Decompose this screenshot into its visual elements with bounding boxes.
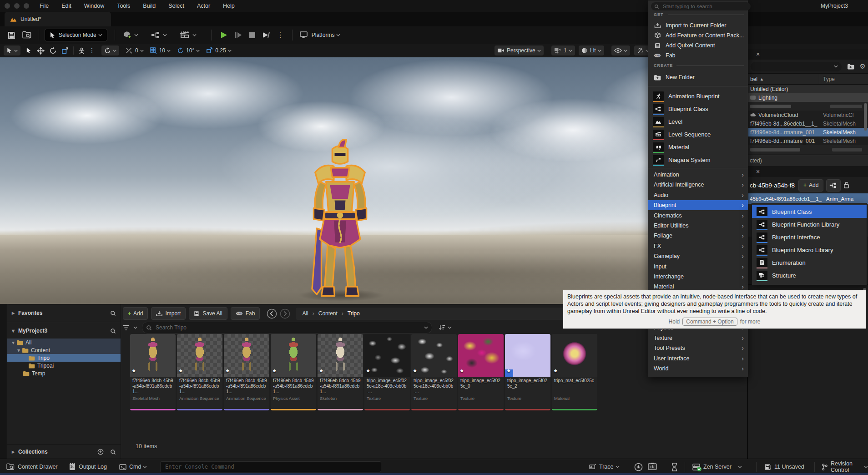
menu-file[interactable]: File [33, 0, 55, 12]
outliner-row-skeletalmesh[interactable]: f7f496eb-8d...rmature_001 SkeletalMesh [748, 136, 868, 145]
move-tool-icon[interactable] [37, 47, 45, 55]
zen-server-dropdown[interactable]: Zen Server [692, 461, 742, 472]
menu-search-field[interactable] [651, 2, 751, 10]
selection-mode-dropdown[interactable]: Selection Mode [45, 29, 107, 41]
filters-icon[interactable] [123, 325, 130, 331]
lit-mode-dropdown[interactable]: Lit [579, 45, 604, 56]
asset-search-field[interactable] [142, 322, 432, 334]
breadcrumb-content[interactable]: Content [318, 310, 338, 317]
category-fx[interactable]: FX› [648, 241, 748, 251]
step-frame-button[interactable] [234, 31, 242, 39]
unlock-icon[interactable] [843, 182, 849, 189]
menu-item-level[interactable]: Level [648, 115, 748, 128]
show-flags-dropdown[interactable] [611, 45, 630, 56]
asset-tile[interactable]: * tripo_image_ec5f025c-a18e-403e-bb0b-..… [364, 334, 410, 410]
menu-item-fab[interactable]: FAB Fab [648, 51, 748, 61]
cinematics-dropdown[interactable] [180, 31, 197, 39]
menu-actor[interactable]: Actor [191, 0, 217, 12]
filters-chevron-icon[interactable] [133, 326, 137, 329]
menu-edit[interactable]: Edit [55, 0, 78, 12]
outliner-row-world[interactable]: Untitled (Editor) [748, 85, 868, 93]
console-command-field[interactable] [160, 461, 381, 472]
insights-record-icon[interactable] [634, 463, 643, 471]
label-column-header[interactable]: bel [750, 76, 757, 82]
category-input[interactable]: Input› [648, 262, 748, 272]
menu-item-add-feature-or-content-pack[interactable]: Add Feature or Content Pack... [648, 30, 748, 40]
submenu-item-blueprint-function-library[interactable]: Blueprint Function Library [752, 218, 867, 231]
tree-item-tripoai[interactable]: Tripoai [7, 362, 121, 369]
trace-dropdown[interactable]: Trace [589, 461, 620, 472]
category-blueprint-highlighted[interactable]: Blueprint› [648, 200, 748, 210]
menu-item-animation-blueprint[interactable]: Animation Blueprint [648, 90, 748, 102]
import-button[interactable]: Import [151, 307, 186, 320]
add-button[interactable]: + Add [123, 307, 148, 320]
play-options-kebab-icon[interactable]: ⋮ [277, 31, 284, 39]
rotation-space-dropdown[interactable] [101, 45, 119, 56]
close-tab-icon[interactable]: × [756, 51, 760, 58]
edit-blueprint-button[interactable] [826, 179, 841, 192]
asset-tile[interactable]: * f7f496eb-8dcb-45b9-a54b-f891a86edeb1..… [271, 334, 316, 410]
selected-character-actor[interactable] [293, 136, 387, 304]
close-tab-icon[interactable]: × [756, 168, 760, 175]
search-icon[interactable] [110, 449, 116, 455]
submenu-item-enumeration[interactable]: Enumeration [752, 256, 867, 269]
stop-button[interactable] [249, 32, 256, 39]
type-column-header[interactable]: Type [819, 76, 868, 82]
scale-snap-control[interactable]: 0.25 [206, 47, 231, 54]
asset-tile[interactable]: * f7f496eb-8dcb-45b9-a54b-f891a86edeb1..… [224, 334, 269, 410]
search-icon[interactable] [110, 310, 116, 316]
skip-to-end-button[interactable] [262, 31, 271, 39]
category-texture[interactable]: Texture› [648, 333, 748, 343]
perspective-dropdown[interactable]: Perspective [495, 45, 544, 56]
save-icon[interactable] [7, 31, 16, 40]
tree-item-tripo-selected[interactable]: Tripo [7, 354, 121, 362]
category-artificial-intelligence[interactable]: Artificial Intelligence› [648, 180, 748, 190]
category-world[interactable]: World› [648, 364, 748, 374]
menu-build[interactable]: Build [136, 0, 162, 12]
maximize-window-icon[interactable] [24, 3, 29, 9]
category-tool-presets[interactable]: Tool Presets› [648, 343, 748, 353]
menu-help[interactable]: Help [217, 0, 241, 12]
menu-item-new-folder[interactable]: New Folder [648, 71, 748, 83]
console-command-input[interactable] [164, 463, 377, 470]
hourglass-icon[interactable] [671, 463, 678, 471]
outliner-row-lighting[interactable]: Lighting [748, 93, 868, 102]
rotate-tool-icon[interactable] [49, 47, 57, 55]
submenu-item-structure[interactable]: Structure [752, 269, 867, 282]
menu-item-niagara-system[interactable]: Niagara System [648, 153, 748, 166]
outliner-settings-gear-icon[interactable]: ⚙ [860, 62, 866, 71]
asset-search-input[interactable] [155, 324, 422, 331]
blueprints-dropdown[interactable] [151, 31, 167, 39]
tree-item-temp[interactable]: Temp [7, 369, 121, 377]
content-drawer-button[interactable]: Content Drawer [6, 461, 58, 472]
submenu-item-blueprint-class[interactable]: Blueprint Class [752, 205, 867, 218]
menu-search-input[interactable] [662, 3, 747, 10]
category-foliage[interactable]: Foliage› [648, 231, 748, 241]
component-row-selected[interactable]: 45b9-a54b-f891a86edeb1__1_ Anim_Arma [748, 193, 868, 204]
fab-button[interactable]: FAB Fab [231, 307, 260, 320]
tab-untitled-level[interactable]: Untitled* [5, 12, 111, 26]
menu-item-level-sequence[interactable]: Level Sequence [648, 128, 748, 141]
add-component-button[interactable]: + Add [798, 179, 823, 192]
menu-item-add-quixel-content[interactable]: Add Quixel Content [648, 40, 748, 51]
outliner-row-selected[interactable]: f7f496eb-8d...rmature_001 SkeletalMesh [748, 128, 868, 136]
revision-control-dropdown[interactable]: Revision Control [822, 461, 868, 472]
asset-tile[interactable]: * f7f496eb-8dcb-45b9-a54b-f891a86edeb1..… [130, 334, 176, 410]
asset-tile[interactable]: * tripo_mat_ec5f025c Material [552, 334, 597, 410]
menu-select[interactable]: Select [162, 0, 191, 12]
select-tool-icon[interactable] [26, 47, 31, 54]
category-gameplay[interactable]: Gameplay› [648, 251, 748, 261]
tree-item-all[interactable]: ▾ All [7, 339, 121, 346]
back-icon[interactable] [267, 308, 277, 319]
sort-chevron-icon[interactable] [448, 326, 452, 329]
outliner-scrollbar[interactable] [864, 103, 867, 131]
add-actor-dropdown[interactable] [122, 30, 138, 40]
category-cinematics[interactable]: Cinematics› [648, 211, 748, 221]
favorites-section[interactable]: ▸ Favorites [7, 307, 121, 319]
category-audio[interactable]: Audio› [648, 190, 748, 200]
outliner-row-volumetriccloud[interactable]: VolumetricCloud VolumetricCl [748, 111, 868, 119]
category-user-interface[interactable]: User Interface› [648, 354, 748, 364]
submenu-item-blueprint-macro-library[interactable]: Blueprint Macro Library [752, 243, 867, 256]
menu-window[interactable]: Window [78, 0, 111, 12]
menu-item-import-to-current-folder[interactable]: Import to Current Folder [648, 20, 748, 30]
